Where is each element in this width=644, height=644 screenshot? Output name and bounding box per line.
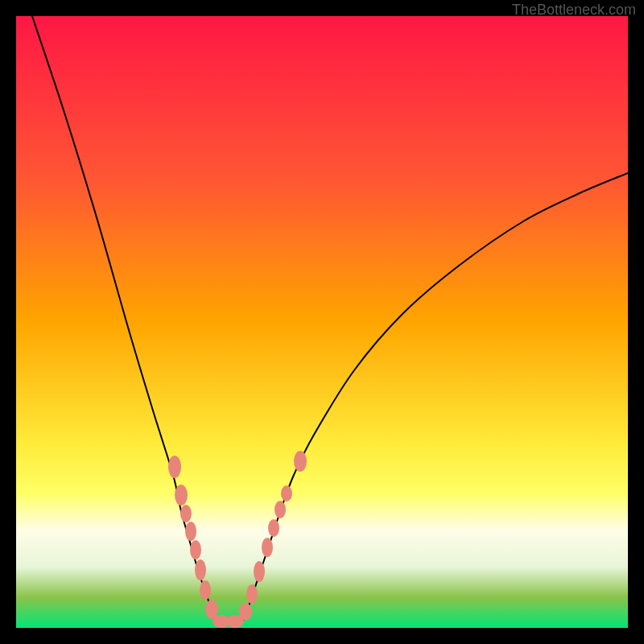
data-marker [281,485,292,502]
data-marker [268,519,279,537]
data-marker [195,559,206,580]
data-marker [175,485,188,506]
data-marker [190,540,201,559]
chart-plot-area [16,16,628,628]
data-marker [246,584,258,604]
data-marker [275,501,286,518]
chart-frame: TheBottleneck.com [0,0,644,644]
data-marker [254,561,265,582]
data-marker [185,522,196,541]
data-marker [294,451,307,472]
gradient-background [16,16,628,628]
data-marker [205,600,218,619]
data-marker [262,538,273,557]
data-marker [239,603,252,621]
data-marker [180,505,192,522]
attribution-text: TheBottleneck.com [512,2,636,19]
chart-svg [16,16,628,628]
data-marker [168,456,181,478]
data-marker [200,580,211,600]
